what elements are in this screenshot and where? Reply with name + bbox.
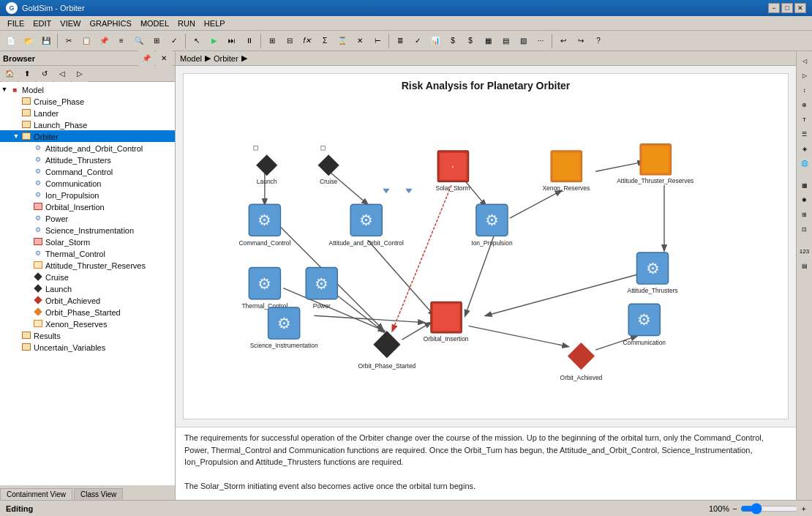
launch-node[interactable]: Launch xyxy=(256,154,277,185)
toolbar-grid2[interactable]: ⊟ xyxy=(282,33,298,49)
step-button[interactable]: ⏭ xyxy=(224,33,240,49)
maximize-button[interactable]: □ xyxy=(781,3,793,13)
tree-item-uncertain_vars[interactable]: Uncertain_Variables xyxy=(0,341,175,353)
orbital-insertion-node[interactable]: Orbital_Insertion xyxy=(424,302,469,342)
zoom-plus[interactable]: + xyxy=(802,504,806,513)
cut-button[interactable]: ✂ xyxy=(61,33,77,49)
breadcrumb-orbiter[interactable]: Orbiter xyxy=(214,54,238,63)
open-button[interactable]: 📂 xyxy=(20,33,37,49)
help-button[interactable]: ? xyxy=(590,33,606,49)
right-btn-2[interactable]: ▷ xyxy=(798,69,811,82)
right-btn-13[interactable]: 123 xyxy=(798,244,811,258)
thermal-control-node[interactable]: ⚙ Thermal_Control xyxy=(241,268,287,310)
right-btn-7[interactable]: ◈ xyxy=(798,142,811,155)
menu-edit[interactable]: EDIT xyxy=(29,18,56,29)
tree-item-xenon_reserves[interactable]: Xenon_Reserves xyxy=(0,318,175,329)
right-btn-3[interactable]: ↕ xyxy=(798,83,811,97)
tree-item-command_control[interactable]: ⚙ Command_Control xyxy=(0,165,175,177)
right-btn-9[interactable]: ▦ xyxy=(798,179,811,192)
tree-item-cruise_phase[interactable]: Cruise_Phase xyxy=(0,95,175,107)
command-control-node[interactable]: ⚙ Command_Control xyxy=(238,204,290,246)
tree-item-results[interactable]: Results xyxy=(0,329,175,341)
right-btn-4[interactable]: ⊕ xyxy=(798,98,811,111)
search-button[interactable]: 🔍 xyxy=(131,33,147,49)
xenon-reserves-node[interactable]: Xenon_Reserves xyxy=(542,151,590,191)
toolbar-graph[interactable]: 📊 xyxy=(427,33,443,49)
tree-item-orbiter[interactable]: ▼ Orbiter xyxy=(0,130,175,142)
browser-refresh[interactable]: ↺ xyxy=(37,66,53,82)
orbit-achieved-node[interactable]: Orbit_Achieved xyxy=(560,343,603,381)
minimize-button[interactable]: − xyxy=(768,3,780,13)
right-btn-12[interactable]: ⊡ xyxy=(798,223,811,236)
toolbar-grid[interactable]: ⊞ xyxy=(264,33,280,49)
menu-file[interactable]: FILE xyxy=(3,18,29,29)
menu-graphics[interactable]: GRAPHICS xyxy=(85,18,135,29)
toolbar-dollar[interactable]: $ xyxy=(445,33,461,49)
toolbar-check2[interactable]: ✓ xyxy=(410,33,426,49)
power-node[interactable]: ⚙ Power xyxy=(306,268,337,310)
browser-pin[interactable]: 📌 xyxy=(138,51,154,67)
right-btn-11[interactable]: ⊞ xyxy=(798,208,811,221)
right-btn-14[interactable]: ▤ xyxy=(798,259,811,272)
play-button[interactable]: ▶ xyxy=(206,33,222,49)
tree-item-attitude_thrusters[interactable]: ⚙ Attitude_Thrusters xyxy=(0,154,175,165)
menu-view[interactable]: VIEW xyxy=(56,18,85,29)
pause-button[interactable]: ⏸ xyxy=(241,33,257,49)
toolbar-hourglass[interactable]: ⌛ xyxy=(334,33,350,49)
tab-containment-view[interactable]: Containment View xyxy=(0,488,72,500)
browser-controls[interactable]: 📌 ✕ xyxy=(138,51,172,67)
tree-item-attitude_orbit[interactable]: ⚙ Attitude_and_Orbit_Control xyxy=(0,142,175,154)
tree-item-thermal_control[interactable]: ⚙ Thermal_Control xyxy=(0,247,175,259)
tree-item-orbital_insertion[interactable]: Orbital_Insertion xyxy=(0,201,175,212)
browser-close[interactable]: ✕ xyxy=(156,51,172,67)
tree-item-model[interactable]: ▼ ■ Model xyxy=(0,83,175,95)
copy-button[interactable]: 📋 xyxy=(78,33,94,49)
tree-item-communication[interactable]: ⚙ Communication xyxy=(0,177,175,189)
cruise-node[interactable]: Cruise xyxy=(318,154,339,185)
toolbar-x[interactable]: ✕ xyxy=(352,33,368,49)
menu-help[interactable]: HELP xyxy=(200,18,230,29)
browser-nav2[interactable]: ▷ xyxy=(72,66,88,82)
communication-node[interactable]: ⚙ Communication xyxy=(623,304,666,345)
attitude-orbit-control-node[interactable]: ⚙ Attitude_and_Orbit_Control xyxy=(329,204,404,246)
tree-item-attitude_thruster_res[interactable]: Attitude_Thruster_Reserves xyxy=(0,259,175,271)
toolbar-undo[interactable]: ↩ xyxy=(555,33,571,49)
close-button[interactable]: ✕ xyxy=(794,3,806,13)
toolbar-btn4[interactable]: ≡ xyxy=(113,33,129,49)
tree-item-cruise[interactable]: Cruise xyxy=(0,271,175,283)
tree-item-orbit_phase_started[interactable]: Orbit_Phase_Started xyxy=(0,306,175,318)
tree-item-solar_storm[interactable]: Solar_Storm xyxy=(0,236,175,247)
toolbar-sigma[interactable]: Σ xyxy=(317,33,333,49)
tree-item-ion_propulsion[interactable]: ⚙ Ion_Propulsion xyxy=(0,189,175,201)
zoom-minus[interactable]: − xyxy=(732,504,737,513)
toolbar-dollar2[interactable]: $ xyxy=(462,33,478,49)
zoom-slider[interactable] xyxy=(740,503,799,515)
tab-class-view[interactable]: Class View xyxy=(74,488,123,500)
right-btn-10[interactable]: ✱ xyxy=(798,193,811,206)
tree-item-launch[interactable]: Launch xyxy=(0,283,175,294)
window-controls[interactable]: − □ ✕ xyxy=(768,3,806,13)
browser-nav1[interactable]: ◁ xyxy=(54,66,70,82)
toolbar-redo[interactable]: ↪ xyxy=(573,33,589,49)
right-btn-8[interactable]: 🌐 xyxy=(798,157,811,170)
menu-model[interactable]: MODEL xyxy=(136,18,173,29)
menu-run[interactable]: RUN xyxy=(173,18,200,29)
new-button[interactable]: 📄 xyxy=(3,33,19,49)
science-instrumentation-node[interactable]: ⚙ Science_Instrumentation xyxy=(250,307,318,349)
toolbar-btn7[interactable]: ✓ xyxy=(166,33,182,49)
ion-propulsion-node[interactable]: ⚙ Ion_Propulsion xyxy=(471,204,513,246)
browser-home[interactable]: 🏠 xyxy=(1,66,18,82)
tree-item-lander[interactable]: Lander xyxy=(0,107,175,119)
paste-button[interactable]: 📌 xyxy=(96,33,112,49)
toolbar-bar3[interactable]: ▧ xyxy=(515,33,531,49)
right-btn-1[interactable]: ◁ xyxy=(798,54,811,67)
tree-item-launch_phase[interactable]: Launch_Phase xyxy=(0,119,175,130)
browser-up[interactable]: ⬆ xyxy=(19,66,35,82)
tree-item-power[interactable]: ⚙ Power xyxy=(0,212,175,224)
pointer-button[interactable]: ↖ xyxy=(189,33,205,49)
right-btn-5[interactable]: T xyxy=(798,113,811,126)
save-button[interactable]: 💾 xyxy=(38,33,54,49)
right-btn-6[interactable]: ☰ xyxy=(798,127,811,141)
toolbar-bar[interactable]: ▦ xyxy=(480,33,496,49)
attitude-thrusters-node[interactable]: ⚙ Attitude_Thrusters xyxy=(628,253,678,294)
